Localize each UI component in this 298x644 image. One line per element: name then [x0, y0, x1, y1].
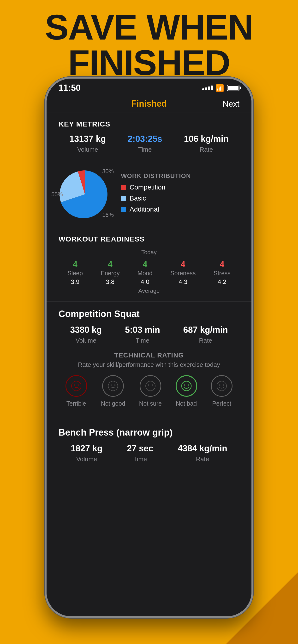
- wifi-icon: 📶: [216, 84, 224, 92]
- svg-point-8: [152, 384, 153, 386]
- soreness-name: Soreness: [170, 270, 196, 277]
- legend-color-additional: [121, 207, 126, 212]
- volume-metric: 13137 kg Volume: [69, 134, 106, 153]
- bench-volume-label: Volume: [71, 456, 102, 463]
- squat-rate: 687 kg/min Rate: [183, 325, 228, 344]
- not-sure-label: Not sure: [139, 400, 162, 407]
- squat-time-value: 5:03 min: [125, 325, 160, 335]
- svg-point-12: [188, 384, 189, 386]
- legend-competition: Competition: [121, 184, 239, 191]
- bench-rate-value: 4384 kg/min: [178, 444, 227, 454]
- energy-avg: 3.8: [100, 278, 119, 286]
- volume-value: 13137 kg: [69, 134, 106, 144]
- not-good-label: Not good: [101, 400, 125, 407]
- pie-label-16: 16%: [102, 212, 114, 218]
- key-metrics-section: KEY METRICS 13137 kg Volume 2:03:25s Tim…: [47, 113, 251, 163]
- rating-terrible[interactable]: Terrible: [66, 375, 87, 407]
- legend-color-basic: [121, 196, 126, 201]
- legend-label-additional: Additional: [129, 206, 159, 213]
- sleep-avg: 3.9: [67, 278, 83, 286]
- mood-name: Mood: [137, 270, 153, 277]
- perfect-label: Perfect: [212, 400, 231, 407]
- svg-point-5: [114, 384, 116, 386]
- page-headline: SAVE WHEN FINISHED: [0, 10, 298, 80]
- squat-metrics: 3380 kg Volume 5:03 min Time 687 kg/min …: [59, 325, 239, 344]
- terrible-face: [66, 375, 87, 397]
- workout-readiness-section: WORKOUT READINESS Today 4 Sleep 3.9 4 En…: [47, 228, 251, 302]
- pie-label-55: 55%: [51, 191, 63, 198]
- rating-row: Terrible Not good: [59, 375, 239, 407]
- next-button[interactable]: Next: [223, 99, 239, 108]
- readiness-energy: 4 Energy 3.8: [100, 260, 119, 286]
- volume-label: Volume: [69, 146, 106, 153]
- squat-time: 5:03 min Time: [125, 325, 160, 344]
- time-label: Time: [128, 146, 162, 153]
- svg-point-4: [111, 384, 112, 386]
- energy-today: 4: [100, 260, 119, 269]
- status-icons: 📶: [202, 84, 239, 92]
- rate-metric: 106 kg/min Rate: [184, 134, 229, 153]
- not-good-face: [102, 375, 124, 397]
- time-metric: 2:03:25s Time: [128, 134, 162, 153]
- readiness-today-header: Today: [59, 249, 239, 256]
- sleep-today: 4: [67, 260, 83, 269]
- soreness-today: 4: [170, 260, 196, 269]
- phone-screen: 11:50 📶 Finished Next: [47, 78, 251, 616]
- scroll-content: KEY METRICS 13137 kg Volume 2:03:25s Tim…: [47, 113, 251, 616]
- svg-point-6: [146, 381, 155, 391]
- metrics-row: 13137 kg Volume 2:03:25s Time 106 kg/min…: [59, 134, 239, 153]
- legend-label-basic: Basic: [129, 194, 146, 202]
- not-bad-label: Not bad: [176, 400, 197, 407]
- status-time: 11:50: [59, 83, 81, 93]
- svg-point-1: [74, 384, 75, 386]
- legend-basic: Basic: [121, 194, 239, 202]
- energy-name: Energy: [100, 270, 119, 277]
- bench-time: 27 sec Time: [127, 444, 153, 463]
- work-distribution-title: WORK DISTRIBUTION: [121, 172, 239, 180]
- rate-label: Rate: [184, 146, 229, 153]
- readiness-sleep: 4 Sleep 3.9: [67, 260, 83, 286]
- battery-icon: [227, 85, 239, 91]
- competition-squat-section: Competition Squat 3380 kg Volume 5:03 mi…: [47, 302, 251, 420]
- bench-volume: 1827 kg Volume: [71, 444, 102, 463]
- squat-volume: 3380 kg Volume: [70, 325, 102, 344]
- readiness-row: 4 Sleep 3.9 4 Energy 3.8 4 Mood 4.0: [59, 260, 239, 286]
- squat-rate-value: 687 kg/min: [183, 325, 228, 335]
- rating-perfect[interactable]: Perfect: [211, 375, 232, 407]
- average-label: Average: [59, 288, 239, 294]
- svg-point-11: [184, 384, 185, 386]
- sleep-name: Sleep: [67, 270, 83, 277]
- nav-bar: Finished Next: [47, 95, 251, 113]
- rating-not-good[interactable]: Not good: [101, 375, 125, 407]
- squat-time-label: Time: [125, 337, 160, 344]
- rating-not-sure[interactable]: Not sure: [139, 375, 162, 407]
- mood-avg: 4.0: [137, 278, 153, 286]
- svg-point-0: [72, 381, 81, 391]
- rating-not-bad[interactable]: Not bad: [176, 375, 197, 407]
- mood-today: 4: [137, 260, 153, 269]
- svg-point-3: [108, 381, 118, 391]
- status-bar: 11:50 📶: [47, 78, 251, 95]
- squat-volume-label: Volume: [70, 337, 102, 344]
- signal-icon: [202, 86, 213, 90]
- svg-point-2: [77, 384, 79, 386]
- readiness-mood: 4 Mood 4.0: [137, 260, 153, 286]
- stress-avg: 4.2: [214, 278, 231, 286]
- work-distribution-section: 55% 30% 16% WORK DISTRIBUTION Competitio…: [47, 163, 251, 228]
- technical-rating-subtitle: Rate your skill/performance with this ex…: [59, 361, 239, 368]
- readiness-soreness: 4 Soreness 4.3: [170, 260, 196, 286]
- technical-rating-title: TECHNICAL RATING: [59, 352, 239, 359]
- svg-point-7: [148, 384, 149, 386]
- technical-rating: TECHNICAL RATING Rate your skill/perform…: [59, 352, 239, 407]
- stress-today: 4: [214, 260, 231, 269]
- competition-squat-name: Competition Squat: [59, 309, 239, 319]
- bench-volume-value: 1827 kg: [71, 444, 102, 454]
- workout-readiness-title: WORKOUT READINESS: [59, 235, 239, 243]
- pie-label-30: 30%: [102, 168, 114, 175]
- bench-metrics: 1827 kg Volume 27 sec Time 4384 kg/min R…: [59, 444, 239, 463]
- legend-additional: Additional: [121, 206, 239, 213]
- bench-time-label: Time: [127, 456, 153, 463]
- stress-name: Stress: [214, 270, 231, 277]
- terrible-label: Terrible: [66, 400, 86, 407]
- bench-rate-label: Rate: [178, 456, 227, 463]
